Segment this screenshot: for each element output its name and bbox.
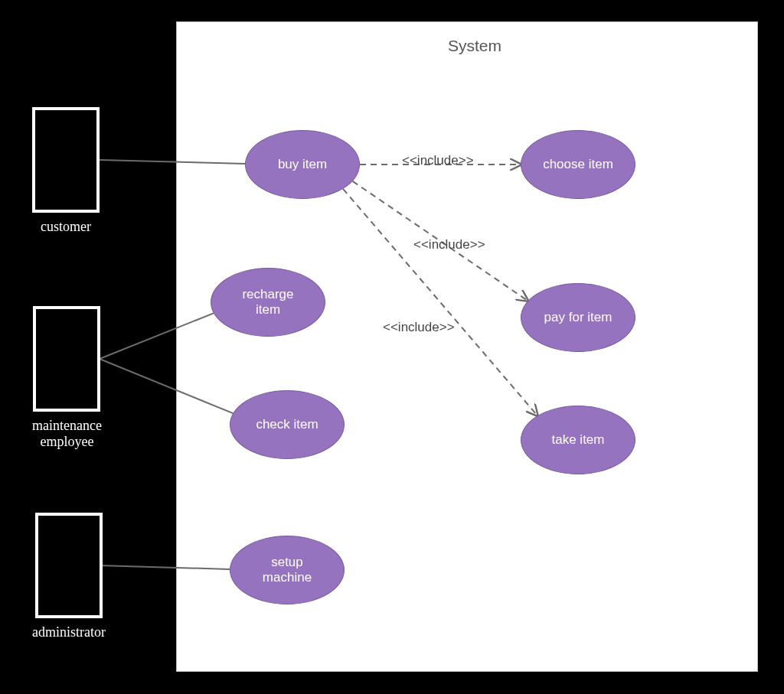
usecase-pay-for-item: pay for item — [521, 283, 635, 352]
svg-line-8 — [46, 374, 67, 407]
diagram-canvas: System customermaintenance employeeadmin… — [0, 0, 784, 694]
usecase-label: check item — [256, 417, 318, 432]
actor-label: customer — [32, 219, 100, 235]
svg-line-3 — [45, 175, 66, 208]
include-label: <<include>> — [383, 320, 455, 335]
svg-line-9 — [67, 374, 87, 407]
svg-line-14 — [69, 581, 90, 614]
include-label: <<include>> — [413, 237, 485, 253]
usecase-take-item: take item — [521, 406, 635, 474]
usecase-label: buy item — [278, 157, 327, 172]
usecase-label: setup machine — [263, 555, 312, 585]
actor-icon — [32, 107, 100, 213]
svg-point-10 — [56, 520, 82, 546]
usecase-label: choose item — [543, 157, 613, 172]
actor-maintenance: maintenance employee — [32, 306, 102, 449]
usecase-choose-item: choose item — [521, 130, 635, 199]
actor-customer: customer — [32, 107, 100, 235]
usecase-label: recharge item — [242, 287, 293, 317]
svg-line-4 — [66, 175, 87, 208]
actor-icon — [35, 513, 103, 618]
actor-administrator: administrator — [32, 513, 106, 640]
usecase-label: take item — [552, 432, 605, 448]
svg-point-0 — [53, 114, 79, 140]
usecase-check-item: check item — [230, 390, 345, 459]
system-title: System — [398, 37, 551, 55]
usecase-setup-machine: setup machine — [230, 536, 345, 604]
include-label: <<include>> — [402, 153, 474, 168]
actor-label: maintenance employee — [32, 418, 102, 449]
actor-label: administrator — [32, 624, 106, 640]
usecase-label: pay for item — [544, 310, 612, 325]
svg-line-13 — [48, 581, 69, 614]
usecase-buy-item: buy item — [245, 130, 360, 199]
usecase-recharge-item: recharge item — [211, 268, 325, 337]
svg-point-5 — [54, 313, 80, 339]
actor-icon — [33, 306, 100, 412]
